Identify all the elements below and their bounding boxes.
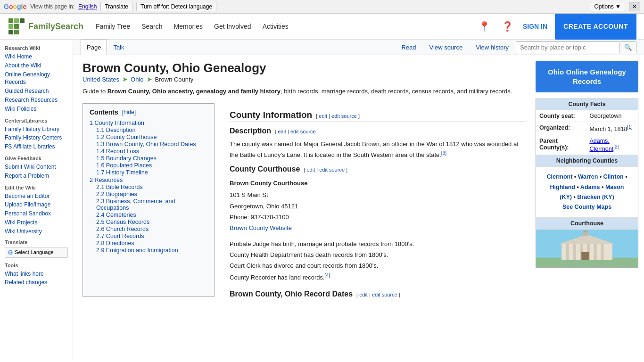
- description-edit[interactable]: edit: [278, 129, 286, 134]
- sidebar-about-wiki[interactable]: About the Wiki: [5, 62, 68, 70]
- nav-search[interactable]: Search: [140, 21, 163, 32]
- logo[interactable]: FamilySearch: [8, 17, 83, 35]
- tab-view-history[interactable]: View history: [470, 40, 515, 55]
- nav-family-tree[interactable]: Family Tree: [95, 21, 131, 32]
- courthouse-website-link[interactable]: Brown County Website: [230, 224, 292, 231]
- contents-link-2-7[interactable]: 2.7 Court Records: [96, 233, 144, 239]
- contents-link-2-8[interactable]: 2.8 Directories: [96, 240, 134, 247]
- main-nav: Family Tree Search Memories Get Involved…: [95, 21, 289, 32]
- ref-1[interactable]: [1]: [627, 124, 632, 130]
- wiki-search-button[interactable]: 🔍: [620, 41, 636, 53]
- contents-link-1-2[interactable]: 1.2 County Courthouse: [96, 134, 157, 140]
- sidebar-related-changes[interactable]: Related changes: [5, 279, 68, 287]
- contents-link-2-4[interactable]: 2.4 Cemeteries: [96, 212, 136, 218]
- nav-memories[interactable]: Memories: [173, 21, 204, 32]
- contents-link-2-3[interactable]: 2.3 Business, Commerce, and Occupations: [96, 198, 175, 211]
- contents-link-1-7[interactable]: 1.7 History Timeline: [96, 169, 148, 176]
- record-dates-edit[interactable]: edit: [359, 292, 368, 297]
- description-heading-text: Description: [230, 127, 271, 135]
- contents-link-1-5[interactable]: 1.5 Boundary Changes: [96, 155, 157, 162]
- courthouse-img-title: Courthouse: [536, 218, 638, 230]
- neighbor-bracken[interactable]: Bracken (KY): [577, 194, 614, 200]
- create-account-button[interactable]: CREATE ACCOUNT: [555, 14, 636, 40]
- contents-link-2[interactable]: 2 Resources: [90, 177, 123, 183]
- ref-4[interactable]: [4]: [325, 273, 330, 278]
- sidebar-report-problem[interactable]: Report a Problem: [5, 172, 68, 180]
- county-info-edit-source[interactable]: edit source: [331, 113, 357, 119]
- neighbor-warren[interactable]: Warren: [578, 173, 598, 180]
- contents-link-1-6[interactable]: 1.6 Populated Places: [96, 162, 152, 169]
- courthouse-edit[interactable]: edit: [306, 167, 315, 173]
- neighbor-clinton[interactable]: Clinton: [603, 173, 624, 180]
- sidebar-wiki-home[interactable]: Wiki Home: [5, 53, 68, 61]
- location-icon[interactable]: 📍: [477, 19, 492, 34]
- help-icon[interactable]: ❓: [500, 19, 515, 34]
- county-info-edit[interactable]: edit: [319, 113, 327, 119]
- sidebar-affiliate-libraries[interactable]: FS Affiliate Libraries: [5, 143, 68, 151]
- county-facts-title: County Facts: [536, 99, 638, 110]
- ref-3[interactable]: [3]: [441, 150, 446, 156]
- sidebar-wiki-policies[interactable]: Wiki Policies: [5, 105, 68, 113]
- sidebar-submit-wiki[interactable]: Submit Wiki Content: [5, 163, 68, 171]
- contents-link-1-3[interactable]: 1.3 Brown County, Ohio Record Dates: [96, 141, 196, 148]
- courthouse-phone: Phone: 937-378-3100: [230, 212, 526, 222]
- header: FamilySearch Family Tree Search Memories…: [0, 14, 644, 40]
- wiki-search-input[interactable]: [516, 41, 619, 53]
- sidebar-guided-research[interactable]: Guided Research: [5, 87, 68, 95]
- courthouse-image-row: [536, 230, 638, 268]
- record-dates-edit-source[interactable]: edit source: [372, 292, 397, 297]
- see-county-maps-link[interactable]: See County Maps: [562, 204, 611, 210]
- contents-link-1[interactable]: 1 County Information: [90, 120, 144, 126]
- breadcrumb-us[interactable]: United States: [83, 76, 119, 83]
- parent-county-clermont-link[interactable]: Clermont: [589, 146, 613, 152]
- svg-rect-14: [594, 243, 597, 260]
- article-body: Contents [hide] 1 County Information 1.1…: [83, 103, 526, 303]
- sidebar-upload-file[interactable]: Upload File/Image: [5, 201, 68, 209]
- breadcrumb-ohio[interactable]: Ohio: [131, 76, 143, 83]
- tab-view-source[interactable]: View source: [423, 40, 469, 55]
- neighbor-highland[interactable]: Highland: [550, 184, 575, 190]
- courthouse-edit-source[interactable]: edit source: [319, 167, 345, 173]
- contents-link-2-9[interactable]: 2.9 Emigration and Immigration: [96, 247, 178, 254]
- sidebar-online-records[interactable]: Online Genealogy Records: [5, 71, 68, 87]
- contents-link-2-2[interactable]: 2.2 Biographies: [96, 191, 137, 197]
- organized-value: March 1, 1818[1]: [586, 122, 638, 135]
- contents-link-1-1[interactable]: 1.1 Description: [96, 127, 135, 133]
- close-translate-button[interactable]: ✕: [629, 2, 640, 11]
- sidebar-personal-sandbox[interactable]: Personal Sandbox: [5, 210, 68, 218]
- nav-activities[interactable]: Activities: [262, 21, 289, 32]
- description-edit-source[interactable]: edit source: [290, 129, 316, 134]
- ref-2[interactable]: [2]: [613, 144, 619, 149]
- sidebar-family-history-library[interactable]: Family History Library: [5, 125, 68, 133]
- svg-rect-0: [8, 18, 13, 23]
- courthouse-heading-text: County Courthouse: [230, 165, 300, 173]
- contents-hide-link[interactable]: [hide]: [122, 109, 136, 115]
- ohio-records-button[interactable]: Ohio Online Genealogy Records: [536, 61, 638, 92]
- neighbor-adams[interactable]: Adams: [580, 184, 600, 190]
- contents-link-2-1[interactable]: 2.1 Bible Records: [96, 184, 143, 190]
- translate-button[interactable]: Translate: [100, 2, 132, 11]
- sidebar-what-links-here[interactable]: What links here: [5, 270, 68, 278]
- nav-get-involved[interactable]: Get Involved: [213, 21, 252, 32]
- select-language-button[interactable]: G Select Language: [5, 247, 68, 258]
- county-seat-row: County seat: Georgetown: [536, 110, 638, 122]
- parent-county-adams-link[interactable]: Adams,: [589, 138, 609, 144]
- language-link[interactable]: English: [78, 3, 97, 10]
- contents-link-2-6[interactable]: 2.6 Church Records: [96, 226, 149, 232]
- options-button[interactable]: Options ▼: [590, 2, 625, 11]
- sidebar-family-history-centers[interactable]: Family History Centers: [5, 134, 68, 142]
- sidebar-wiki-projects[interactable]: Wiki Projects: [5, 219, 68, 227]
- contents-link-2-5[interactable]: 2.5 Census Records: [96, 219, 149, 225]
- turnoff-button[interactable]: Turn off for: Detect language: [136, 2, 216, 11]
- tab-read[interactable]: Read: [396, 40, 422, 55]
- tab-page[interactable]: Page: [81, 40, 107, 55]
- sign-in-link[interactable]: SIGN IN: [523, 23, 547, 30]
- tab-talk[interactable]: Talk: [107, 40, 130, 55]
- sidebar-research-resources[interactable]: Research Resources: [5, 96, 68, 104]
- sidebar-wiki-university[interactable]: Wiki University: [5, 228, 68, 236]
- page-tabs: Page Talk Read View source View history …: [73, 40, 644, 55]
- neighbor-clermont[interactable]: Clermont: [546, 173, 572, 180]
- contents-link-1-4[interactable]: 1.4 Record Loss: [96, 148, 139, 155]
- sidebar-become-editor[interactable]: Become an Editor: [5, 192, 68, 200]
- county-seat-label: County seat:: [536, 110, 586, 122]
